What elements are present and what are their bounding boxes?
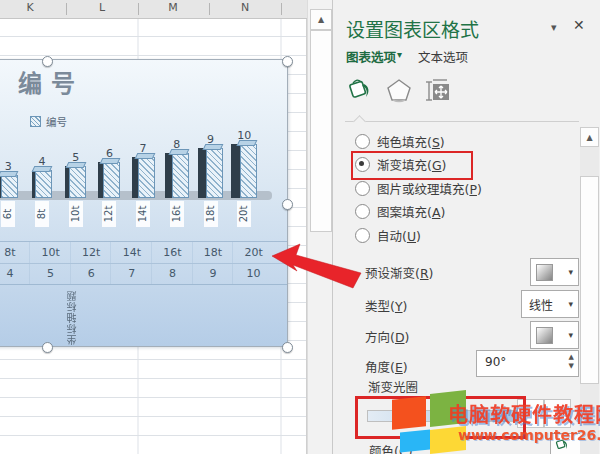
remove-gradient-stop-button[interactable] [544, 399, 571, 428]
excel-window: KLMN 编号 编号 36t48t510t612t714t816t918t102… [0, 0, 600, 454]
direction-dropdown[interactable]: ▾ [530, 321, 579, 349]
bar-side-face [231, 144, 240, 198]
dropdown-arrow-icon: ▾ [568, 267, 573, 277]
pane-close-icon[interactable]: ✕ [573, 17, 585, 33]
sheet-vertical-scrollbar[interactable]: ▲ [307, 0, 332, 454]
selection-handle[interactable] [282, 342, 293, 353]
bar-value-label: 4 [39, 155, 46, 168]
column-header-label[interactable]: M [168, 1, 178, 14]
effects-pentagon-icon[interactable] [385, 76, 413, 104]
chart-legend[interactable]: 编号 [30, 114, 67, 129]
fill-option-row[interactable]: 纯色填充(S) [355, 131, 445, 151]
gradient-swatch-icon [536, 264, 553, 281]
selection-handle[interactable] [282, 199, 293, 210]
dropdown-arrow-icon: ▾ [568, 299, 573, 309]
tab-chart-options[interactable]: 图表选项 [346, 47, 396, 66]
format-chart-area-pane: 设置图表区格式 ▾ ✕ 图表选项 ▾ 文本选项 [332, 0, 600, 454]
chart-data-table[interactable]: 8t410t512t614t716t818t920t10 [0, 241, 287, 285]
table-category-cell: 14t [110, 242, 152, 263]
table-category-cell: 18t [192, 242, 234, 263]
chart-bar[interactable] [231, 144, 257, 198]
pane-scroll-thumb[interactable] [580, 176, 599, 384]
chart-object[interactable]: 编号 编号 36t48t510t612t714t816t918t1020t 8t… [0, 59, 288, 347]
column-divider [66, 3, 67, 15]
column-headers[interactable]: KLMN [0, 0, 308, 19]
type-value: 线性 [529, 296, 553, 313]
type-dropdown[interactable]: 线性 ▾ [521, 290, 579, 318]
axis-label-chip: 18t [204, 201, 218, 227]
bar-front-face [240, 144, 257, 198]
table-value-cell: 8 [151, 263, 193, 284]
scroll-thumb[interactable] [310, 30, 332, 232]
fill-option-row[interactable]: 图案填充(A) [355, 202, 445, 222]
pane-scrollbar[interactable]: ▲ [580, 127, 599, 454]
chart-bar[interactable] [0, 175, 18, 198]
axis-label-chip: 14t [136, 201, 150, 227]
chart-options-caret-icon[interactable]: ▾ [397, 49, 402, 60]
type-label: 类型(Y) [365, 296, 407, 315]
radio-button[interactable] [355, 204, 370, 219]
bar-front-face [172, 153, 189, 198]
spinner-arrows-icon[interactable]: ▲▼ [569, 353, 574, 371]
bar-value-label: 7 [140, 142, 147, 155]
gradient-stops-label: 渐变光圈 [368, 377, 418, 396]
selection-handle[interactable] [42, 56, 53, 67]
bar-value-label: 8 [173, 138, 180, 151]
pane-scroll-up-button[interactable]: ▲ [580, 127, 599, 147]
radio-button[interactable] [355, 181, 370, 196]
bar-value-label: 10 [237, 129, 251, 142]
dropdown-arrow-icon: ▾ [568, 330, 573, 340]
fill-option-row[interactable]: 图片或纹理填充(P) [355, 178, 482, 198]
scroll-up-icon: ▲ [586, 133, 592, 142]
bar-side-face [165, 153, 172, 198]
axis-label-chip: 16t [170, 201, 184, 227]
axis-label-chip: 20t [237, 201, 251, 227]
fill-option-row[interactable]: 自动(U) [355, 225, 421, 245]
chart-title: 编号 [18, 64, 84, 99]
active-category-caret [353, 115, 366, 128]
axis-title[interactable]: 坐标轴标题 [66, 287, 94, 345]
chart-bar[interactable] [198, 148, 223, 198]
scroll-up-button[interactable]: ▲ [310, 9, 332, 30]
axis-label-chip: 12t [102, 201, 116, 227]
scroll-up-icon: ▲ [318, 15, 324, 24]
fill-option-label: 自动(U) [377, 226, 421, 245]
bar-front-face [35, 170, 52, 198]
selection-handle[interactable] [282, 56, 293, 67]
radio-button[interactable] [355, 134, 370, 149]
remove-stop-icon [553, 408, 562, 419]
pane-title: 设置图表区格式 [346, 15, 479, 42]
bar-value-label: 6 [106, 147, 113, 160]
bar-side-face [198, 148, 206, 198]
column-divider [209, 3, 210, 15]
angle-spinner[interactable]: 90° ▲▼ [476, 350, 579, 377]
table-category-cell: 12t [70, 242, 112, 263]
paint-bucket-icon [555, 438, 569, 451]
selection-handle[interactable] [42, 342, 53, 353]
chart-bar[interactable] [32, 170, 52, 198]
preset-gradient-dropdown[interactable]: ▾ [530, 258, 579, 286]
tab-text-options[interactable]: 文本选项 [418, 47, 468, 66]
size-properties-icon[interactable] [423, 76, 451, 104]
axis-label-chip: 8t [35, 201, 49, 227]
fill-option-label: 纯色填充(S) [377, 132, 445, 151]
axis-label-chip: 10t [69, 201, 83, 227]
chart-bar[interactable] [98, 162, 120, 198]
fill-line-icon[interactable] [346, 76, 374, 104]
add-stop-icon [526, 408, 535, 419]
axis-label-chip: 6t [1, 201, 15, 227]
chart-bar[interactable] [132, 157, 155, 198]
chart-bar[interactable] [65, 166, 86, 198]
chart-bar[interactable] [165, 153, 189, 198]
bar-front-face [206, 148, 223, 198]
column-header-label[interactable]: K [26, 1, 33, 14]
fill-option-label: 图片或纹理填充(P) [377, 179, 482, 198]
pane-collapse-icon[interactable]: ▾ [551, 21, 557, 34]
column-header-label[interactable]: L [99, 1, 105, 14]
fill-option-label: 图案填充(A) [377, 202, 445, 221]
column-header-label[interactable]: N [241, 1, 249, 14]
table-category-cell: 10t [29, 242, 71, 263]
bar-front-face [103, 162, 120, 198]
radio-button[interactable] [355, 228, 370, 243]
table-value-cell: 6 [70, 263, 112, 284]
